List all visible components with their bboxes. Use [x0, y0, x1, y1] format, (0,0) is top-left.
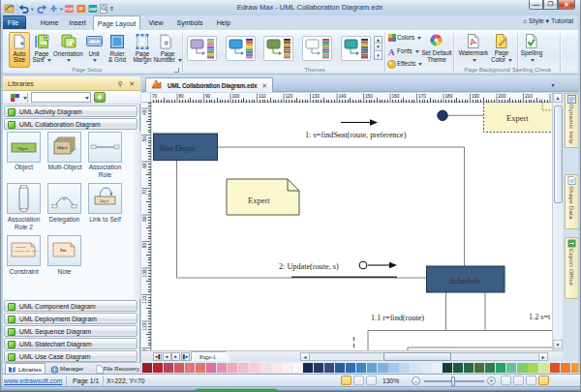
svg-text:50: 50: [142, 136, 147, 142]
svg-text:60: 60: [142, 163, 147, 168]
svg-text:40: 40: [142, 109, 147, 115]
svg-text:110: 110: [142, 296, 147, 304]
svg-text:80: 80: [178, 94, 184, 99]
svg-text:70: 70: [142, 190, 147, 196]
svg-text:160: 160: [391, 94, 399, 99]
svg-text::Schedule: :Schedule: [447, 276, 480, 286]
svg-text:A: A: [388, 47, 395, 56]
svg-text:Note: Note: [60, 249, 67, 253]
svg-text:140: 140: [338, 94, 346, 99]
svg-text:180: 180: [444, 94, 452, 99]
svg-text:70: 70: [152, 94, 158, 99]
svg-text:1.2 s=t: 1.2 s=t: [529, 313, 551, 321]
svg-text:100: 100: [231, 94, 239, 99]
svg-text:100: 100: [142, 269, 147, 277]
svg-text:80: 80: [142, 216, 147, 222]
svg-text:1.1 r=find(route): 1.1 r=find(route): [371, 314, 424, 322]
svg-text:210: 210: [525, 94, 533, 99]
svg-text:PDF: PDF: [66, 8, 74, 12]
svg-text:1: s=findSeat(route, preferenc: 1: s=findSeat(route, preference): [305, 131, 407, 139]
svg-text:120: 120: [142, 322, 147, 330]
svg-text:120: 120: [285, 94, 292, 99]
svg-text:SWF: SWF: [89, 8, 98, 12]
svg-text:P: P: [79, 6, 83, 12]
svg-text:90: 90: [205, 94, 211, 99]
svg-text:110: 110: [259, 94, 266, 99]
svg-text:2: Update(route, s): 2: Update(route, s): [279, 262, 339, 271]
svg-text:Constraint: Constraint: [15, 246, 26, 249]
svg-text:Expert: Expert: [248, 196, 270, 205]
svg-text:190: 190: [472, 94, 479, 99]
svg-text:Expert: Expert: [506, 113, 529, 123]
svg-text:200: 200: [498, 94, 505, 99]
svg-text:#: #: [165, 39, 169, 47]
svg-text:130: 130: [312, 94, 320, 99]
svg-text:{Constraint Name : Body}: {Constraint Name : Body}: [14, 250, 39, 253]
svg-text:Object: Object: [17, 146, 29, 151]
svg-text:Object: Object: [57, 146, 68, 150]
svg-text:Object: Object: [100, 199, 109, 203]
svg-text:90: 90: [142, 243, 147, 249]
svg-text::Bus Depot: :Bus Depot: [158, 143, 196, 153]
svg-text:150: 150: [365, 94, 373, 99]
svg-text:170: 170: [418, 94, 426, 99]
